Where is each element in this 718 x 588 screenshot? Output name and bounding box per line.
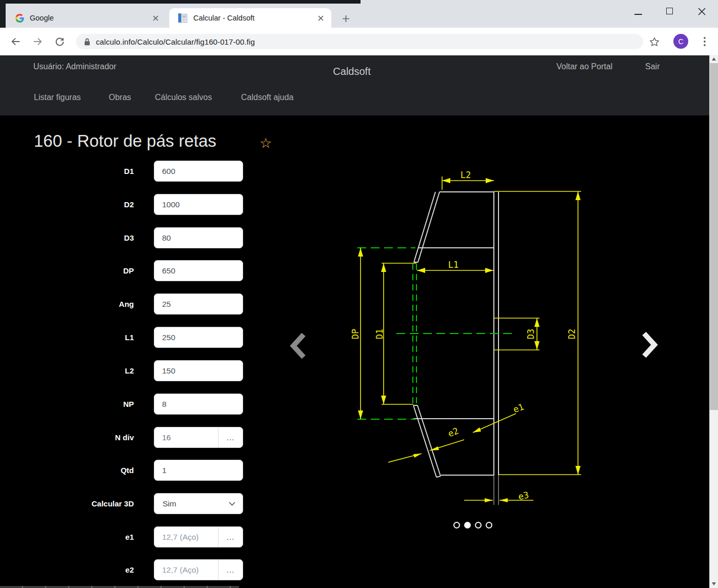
favorite-star-icon[interactable]: ☆ (260, 135, 272, 151)
nav-obras[interactable]: Obras (109, 93, 131, 102)
dim-label-e1: e1 (512, 401, 525, 415)
google-favicon-icon (15, 14, 24, 23)
d2-input[interactable] (154, 194, 243, 215)
field-label-qtd: Qtd (0, 460, 134, 481)
field-label-ang: Ang (0, 293, 134, 315)
scroll-down-arrow-icon[interactable] (712, 582, 716, 585)
dim-label-d2: D2 (567, 329, 577, 339)
d3-input[interactable] (154, 227, 243, 248)
field-label-d3: D3 (0, 227, 134, 248)
scrollbar-thumb[interactable] (710, 63, 718, 410)
page-scrollbar[interactable] (709, 55, 718, 588)
ndiv-input-group: ... (154, 427, 243, 448)
field-label-dp: DP (0, 260, 134, 281)
ndiv-more-button[interactable]: ... (218, 427, 243, 447)
browser-toolbar: calculo.info/Calculo/Calcular/fig160-017… (0, 28, 718, 55)
window-edge-left (0, 0, 6, 28)
reload-button[interactable] (53, 35, 66, 48)
new-tab-button[interactable] (338, 11, 353, 26)
dim-label-dp: DP (350, 329, 361, 339)
portal-link[interactable]: Voltar ao Portal (556, 62, 612, 71)
scroll-up-arrow-icon[interactable] (712, 57, 716, 61)
nav-caldsoft-ajuda[interactable]: Caldsoft ajuda (241, 93, 293, 102)
carousel-dot[interactable] (475, 522, 482, 528)
dp-input[interactable] (154, 260, 243, 281)
l2-input[interactable] (154, 360, 243, 381)
e1-input[interactable] (154, 527, 218, 547)
close-tab-icon[interactable] (316, 13, 325, 23)
tab-strip: Google Calcular - Caldsoft (0, 0, 718, 28)
page-content: Usuário: Administrador Caldsoft Voltar a… (0, 55, 709, 588)
caldsoft-favicon-icon (177, 13, 188, 23)
back-button[interactable] (10, 35, 22, 48)
dim-label-l1: L1 (448, 260, 458, 270)
calcular3d-select[interactable]: Sim (154, 493, 243, 514)
minimize-button[interactable] (634, 14, 642, 15)
np-input[interactable] (154, 394, 243, 415)
close-tab-icon[interactable] (151, 13, 160, 23)
field-label-e2: e2 (0, 559, 134, 580)
menu-dots-icon[interactable] (699, 35, 711, 48)
url-bar[interactable]: calculo.info/Calculo/Calcular/fig160-017… (76, 34, 643, 49)
d1-input[interactable] (154, 161, 243, 182)
carousel-dots (453, 522, 492, 528)
select-value: Sim (163, 499, 176, 508)
dim-label-e3: e3 (517, 489, 530, 502)
carousel-dot-active[interactable] (464, 522, 471, 528)
window-edge (0, 0, 361, 4)
maximize-button[interactable] (666, 8, 673, 14)
field-label-d1: D1 (0, 161, 134, 182)
browser-window: Google Calcular - Caldsoft (0, 0, 718, 588)
e2-input[interactable] (154, 560, 218, 580)
carousel-dot[interactable] (486, 522, 492, 528)
dim-label-l2: L2 (461, 170, 471, 180)
e2-more-button[interactable]: ... (218, 560, 243, 580)
field-label-e1: e1 (0, 526, 134, 547)
ang-input[interactable] (154, 293, 243, 315)
chevron-down-icon (229, 502, 235, 506)
logged-user-label: Usuário: Administrador (33, 62, 116, 71)
carousel-prev-button[interactable] (286, 329, 311, 362)
bookmark-star-icon[interactable] (648, 36, 661, 48)
nav-listar-figuras[interactable]: Listar figuras (34, 93, 81, 102)
carousel-dot[interactable] (453, 522, 460, 528)
forward-button[interactable] (31, 35, 44, 48)
field-label-l1: L1 (0, 327, 134, 348)
tab-title: Google (30, 14, 147, 22)
field-label-calcular3d: Calcular 3D (0, 493, 134, 514)
e1-input-group: ... (154, 526, 243, 547)
e2-input-group: ... (154, 559, 243, 580)
url-text[interactable]: calculo.info/Calculo/Calcular/fig160-017… (96, 37, 255, 46)
l1-input[interactable] (154, 327, 243, 348)
carousel-next-button[interactable] (637, 328, 662, 361)
field-label-l2: L2 (0, 360, 134, 381)
lock-icon[interactable] (84, 38, 90, 46)
field-label-d2: D2 (0, 194, 134, 215)
dim-label-e2: e2 (447, 425, 460, 439)
field-label-ndiv: N div (0, 427, 134, 448)
brand-title: Caldsoft (333, 66, 370, 77)
next-section-edge (0, 586, 239, 588)
nav-calculos-salvos[interactable]: Cálculos salvos (155, 93, 212, 102)
figure-diagram: L2 L1 DP D1 D3 D2 e1 e2 e3 (349, 169, 590, 513)
profile-avatar[interactable]: C (673, 34, 688, 49)
site-header: Usuário: Administrador Caldsoft Voltar a… (0, 55, 709, 115)
qtd-input[interactable] (154, 460, 243, 481)
ndiv-input[interactable] (154, 427, 218, 447)
logout-link[interactable]: Sair (645, 62, 660, 71)
tab-title: Calcular - Caldsoft (193, 14, 312, 22)
figure-title: 160 - Rotor de pás retas (34, 131, 216, 151)
tab-caldsoft[interactable]: Calcular - Caldsoft (169, 8, 331, 28)
e1-more-button[interactable]: ... (218, 527, 243, 547)
field-label-np: NP (0, 394, 134, 415)
close-window-button[interactable] (697, 7, 706, 16)
tab-google[interactable]: Google (7, 8, 166, 28)
dim-label-d1: D1 (374, 329, 385, 339)
dim-label-d3: D3 (526, 329, 536, 339)
